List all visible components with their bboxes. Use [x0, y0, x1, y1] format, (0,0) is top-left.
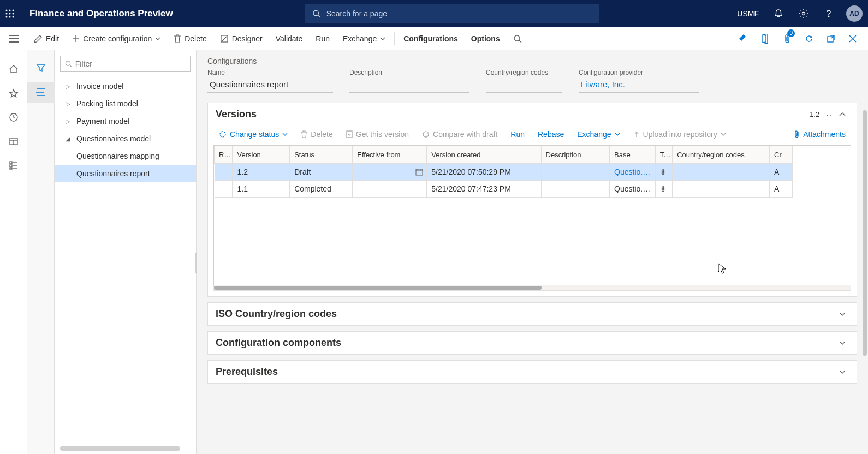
- refresh-icon[interactable]: [799, 27, 819, 50]
- attachments-icon[interactable]: 0: [777, 27, 797, 50]
- options-tab[interactable]: Options: [465, 27, 507, 50]
- tree-item[interactable]: Questionnaires report: [55, 165, 196, 182]
- global-search[interactable]: [305, 4, 599, 23]
- cell-effective-from[interactable]: [353, 181, 427, 198]
- tree-item[interactable]: ◢Questionnaires model: [55, 130, 196, 147]
- tree-item[interactable]: ▷Payment model: [55, 112, 196, 130]
- create-configuration-button[interactable]: Create configuration: [66, 27, 167, 50]
- upload-icon: [633, 130, 640, 138]
- svg-point-4: [9, 13, 11, 15]
- country-codes-value[interactable]: [486, 79, 562, 93]
- toolbar-divider: [394, 32, 395, 45]
- compare-icon: [422, 130, 430, 138]
- versions-panel-header[interactable]: Versions 1.2 ··: [208, 103, 857, 126]
- toolbar-search-button[interactable]: [507, 27, 528, 50]
- chevron-up-icon[interactable]: [839, 112, 849, 117]
- chevron-right-icon: ▷: [63, 83, 72, 90]
- designer-button[interactable]: Designer: [213, 27, 269, 50]
- chevron-down-icon[interactable]: [839, 370, 849, 374]
- edit-button[interactable]: Edit: [27, 27, 66, 50]
- version-run-button[interactable]: Run: [505, 128, 530, 141]
- action-pane: Edit Create configuration Delete Designe…: [0, 27, 868, 50]
- col-description[interactable]: Description: [541, 146, 610, 164]
- app-launcher-icon[interactable]: [5, 9, 27, 18]
- help-icon[interactable]: [818, 0, 840, 27]
- rebase-button[interactable]: Rebase: [532, 128, 569, 141]
- description-value[interactable]: [349, 79, 469, 93]
- col-target[interactable]: T...: [655, 146, 672, 164]
- tree-filter-input[interactable]: [75, 59, 186, 68]
- attachments-button[interactable]: Attachments: [788, 128, 851, 141]
- svg-point-6: [6, 16, 8, 18]
- chevron-down-icon[interactable]: [839, 341, 849, 345]
- exchange-button[interactable]: Exchange: [336, 27, 392, 50]
- prerequisites-header[interactable]: Prerequisites: [208, 361, 857, 383]
- cell-attach[interactable]: [655, 181, 672, 198]
- chevron-down-icon: [615, 133, 620, 136]
- company-picker[interactable]: USMF: [732, 9, 764, 18]
- nav-hamburger-icon[interactable]: [0, 27, 27, 50]
- favorites-icon[interactable]: [0, 83, 27, 104]
- recent-icon[interactable]: [0, 107, 27, 128]
- grid-horizontal-scrollbar[interactable]: [213, 285, 851, 291]
- col-version-created[interactable]: Version created: [427, 146, 541, 164]
- col-revision[interactable]: R...: [215, 146, 233, 164]
- validate-button[interactable]: Validate: [269, 27, 310, 50]
- cell-revision: [215, 181, 233, 198]
- chevron-right-icon: ▷: [63, 100, 72, 107]
- cell-created-by: A: [770, 164, 793, 181]
- personalize-icon[interactable]: [734, 27, 753, 50]
- iso-codes-title: ISO Country/region codes: [216, 308, 337, 320]
- cell-base[interactable]: Questio... 1: [610, 164, 656, 181]
- change-status-button[interactable]: Change status: [213, 128, 293, 141]
- tree-item[interactable]: ▷Packing list model: [55, 95, 196, 112]
- versions-grid[interactable]: R... Version Status Effective from Versi…: [213, 145, 851, 285]
- provider-value[interactable]: Litware, Inc.: [579, 79, 699, 93]
- config-components-header[interactable]: Configuration components: [208, 332, 857, 354]
- configurations-tab[interactable]: Configurations: [397, 27, 465, 50]
- notifications-icon[interactable]: [768, 0, 789, 27]
- tree-horizontal-scroll[interactable]: [60, 446, 180, 451]
- global-search-input[interactable]: [326, 9, 592, 18]
- workspaces-icon[interactable]: [0, 131, 27, 152]
- col-created-by[interactable]: Cr: [770, 146, 793, 164]
- cell-attach[interactable]: [655, 164, 672, 181]
- list-lines-icon[interactable]: [27, 82, 55, 103]
- popout-icon[interactable]: [821, 27, 841, 50]
- col-version[interactable]: Version: [233, 146, 290, 164]
- home-icon[interactable]: [0, 59, 27, 80]
- col-effective-from[interactable]: Effective from: [353, 146, 427, 164]
- office-icon[interactable]: [756, 27, 775, 50]
- tree-item[interactable]: Questionnaires mapping: [55, 147, 196, 165]
- get-this-version-button: Get this version: [341, 128, 414, 141]
- col-country-codes[interactable]: Country/region codes: [673, 146, 770, 164]
- cell-effective-from[interactable]: [353, 164, 427, 181]
- version-delete-button: Delete: [295, 128, 338, 141]
- delete-button[interactable]: Delete: [167, 27, 213, 50]
- content-scroll-thumb[interactable]: [863, 110, 867, 356]
- tree-filter[interactable]: [60, 56, 191, 72]
- run-button[interactable]: Run: [309, 27, 336, 50]
- chevron-down-icon: [380, 37, 385, 40]
- versions-header-meta: 1.2: [810, 110, 819, 118]
- panel-overflow-icon[interactable]: ··: [826, 110, 833, 119]
- chevron-down-icon[interactable]: [839, 312, 849, 316]
- close-icon[interactable]: [843, 27, 863, 50]
- svg-rect-31: [10, 168, 12, 169]
- modules-icon[interactable]: [0, 155, 27, 176]
- user-avatar[interactable]: AD: [846, 5, 863, 22]
- table-row[interactable]: 1.1Completed5/21/2020 07:47:23 PMQuestio…: [215, 181, 793, 198]
- cell-base[interactable]: Questio... 1: [610, 181, 656, 198]
- svg-point-12: [828, 16, 829, 17]
- table-row[interactable]: 1.2Draft5/21/2020 07:50:29 PMQuestio... …: [215, 164, 793, 181]
- settings-icon[interactable]: [793, 0, 815, 27]
- col-base[interactable]: Base: [610, 146, 656, 164]
- cell-version-created: 5/21/2020 07:47:23 PM: [427, 181, 541, 198]
- iso-codes-header[interactable]: ISO Country/region codes: [208, 303, 857, 325]
- filter-icon[interactable]: [27, 58, 55, 79]
- name-value[interactable]: Questionnaires report: [207, 79, 333, 93]
- tree-item[interactable]: ▷Invoice model: [55, 77, 196, 95]
- calendar-icon[interactable]: [415, 168, 423, 176]
- version-exchange-button[interactable]: Exchange: [572, 128, 625, 141]
- col-status[interactable]: Status: [290, 146, 353, 164]
